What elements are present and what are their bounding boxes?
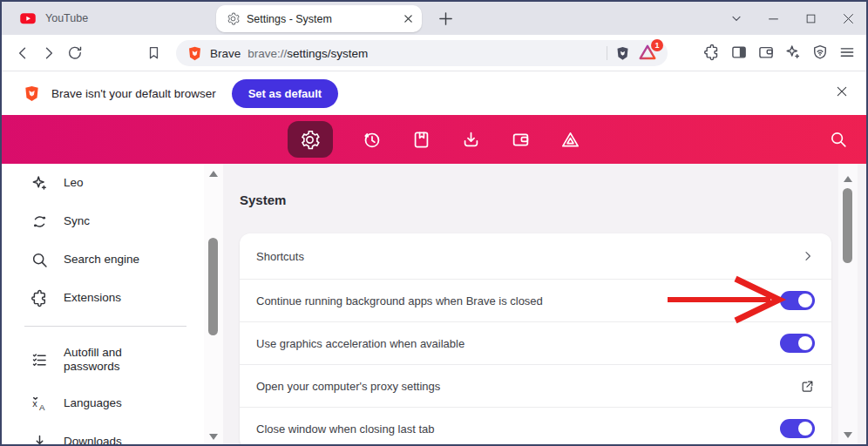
row-label: Use graphics acceleration when available bbox=[256, 337, 780, 350]
site-label: Brave bbox=[210, 47, 241, 60]
settings-content: Leo Sync Search engine Extensions Autofi… bbox=[2, 164, 866, 444]
settings-card: Shortcuts Continue running background ap… bbox=[240, 233, 831, 444]
scroll-up-arrow[interactable] bbox=[844, 176, 852, 182]
shields-icon[interactable] bbox=[614, 45, 631, 62]
rewards-badge: 1 bbox=[651, 39, 663, 51]
sidebar-item-leo[interactable]: Leo bbox=[2, 164, 204, 202]
nav-downloads[interactable] bbox=[461, 129, 482, 150]
settings-toolbar bbox=[2, 115, 866, 164]
row-background-apps: Continue running background apps when Br… bbox=[240, 279, 831, 321]
browser-window: YouTube Settings - System Brave brave://… bbox=[0, 0, 868, 446]
wallet-icon[interactable] bbox=[757, 44, 775, 61]
history-icon bbox=[362, 130, 382, 150]
scroll-down-arrow[interactable] bbox=[209, 434, 218, 440]
infobar-message: Brave isn't your default browser bbox=[51, 87, 216, 100]
address-separator bbox=[607, 46, 607, 60]
close-window-button[interactable] bbox=[841, 11, 856, 26]
translate-icon: xA bbox=[31, 395, 49, 413]
sidebar-item-label: Autofill and passwords bbox=[64, 346, 177, 374]
back-button[interactable] bbox=[14, 44, 31, 62]
sidebar-item-label: Sync bbox=[64, 214, 177, 228]
nav-wallet[interactable] bbox=[511, 129, 532, 150]
external-link-icon bbox=[800, 379, 815, 394]
settings-search-icon[interactable] bbox=[829, 130, 848, 149]
set-as-default-button[interactable]: Set as default bbox=[232, 79, 339, 108]
sidebar-item-search-engine[interactable]: Search engine bbox=[2, 240, 204, 279]
rewards-button[interactable]: 1 bbox=[638, 43, 659, 64]
tab-search-chevron-icon[interactable] bbox=[729, 11, 743, 26]
sidebar-item-downloads[interactable]: Downloads bbox=[2, 422, 204, 444]
nav-settings-active[interactable] bbox=[288, 121, 333, 158]
scrollbar-thumb[interactable] bbox=[843, 188, 852, 263]
sidebar-item-autofill[interactable]: Autofill and passwords bbox=[2, 335, 204, 384]
puzzle-icon bbox=[31, 289, 49, 307]
autofill-list-icon bbox=[31, 351, 49, 369]
menu-hamburger-icon[interactable] bbox=[838, 44, 856, 61]
row-label: Continue running background apps when Br… bbox=[256, 294, 780, 307]
leo-sparkle-icon[interactable] bbox=[784, 44, 802, 61]
vpn-shield-icon[interactable] bbox=[811, 44, 829, 61]
nav-history[interactable] bbox=[362, 129, 383, 150]
sidebar-item-extensions[interactable]: Extensions bbox=[2, 279, 204, 317]
row-label: Shortcuts bbox=[256, 250, 801, 263]
sidebar-item-languages[interactable]: xA Languages bbox=[2, 384, 204, 422]
leo-sparkle-icon bbox=[31, 174, 49, 193]
tab-close-icon[interactable] bbox=[403, 14, 413, 24]
sidebar-scrollbar[interactable] bbox=[204, 164, 223, 444]
sidebar-divider bbox=[24, 326, 186, 327]
sidebar-item-label: Downloads bbox=[64, 435, 177, 444]
new-tab-button[interactable] bbox=[436, 9, 455, 28]
sidebar-item-label: Search engine bbox=[64, 253, 177, 267]
reload-button[interactable] bbox=[66, 44, 84, 62]
nav-rewards[interactable] bbox=[560, 129, 581, 150]
download-icon bbox=[31, 433, 49, 445]
forward-button[interactable] bbox=[40, 44, 58, 62]
extensions-puzzle-icon[interactable] bbox=[703, 44, 721, 61]
address-bar[interactable]: Brave brave://settings/system 1 bbox=[176, 40, 668, 66]
toolbar-icons bbox=[703, 44, 856, 61]
row-shortcuts[interactable]: Shortcuts bbox=[240, 233, 831, 279]
youtube-icon bbox=[19, 10, 37, 27]
sync-icon bbox=[31, 213, 49, 231]
nav-bookmarks[interactable] bbox=[411, 129, 432, 150]
url-text: brave://settings/system bbox=[248, 47, 600, 60]
scroll-down-arrow[interactable] bbox=[844, 432, 852, 438]
maximize-button[interactable] bbox=[804, 11, 818, 26]
close-window-toggle-on[interactable] bbox=[780, 419, 815, 438]
sidebar-item-sync[interactable]: Sync bbox=[2, 202, 204, 240]
url-path: settings/system bbox=[287, 47, 368, 60]
row-close-window: Close window when closing last tab bbox=[240, 407, 831, 444]
scrollbar-thumb[interactable] bbox=[208, 238, 218, 335]
bookmark-icon[interactable] bbox=[146, 44, 163, 62]
main-scrollbar[interactable] bbox=[838, 164, 858, 444]
brave-lion-icon bbox=[186, 45, 203, 62]
downloads-icon bbox=[461, 130, 481, 150]
minimize-button[interactable] bbox=[766, 11, 781, 26]
row-proxy-settings[interactable]: Open your computer's proxy settings bbox=[240, 364, 831, 407]
gear-icon bbox=[227, 12, 240, 25]
tab-settings-system[interactable]: Settings - System bbox=[216, 5, 422, 32]
chevron-right-icon bbox=[801, 249, 815, 263]
system-settings-panel: System Shortcuts Continue running backgr… bbox=[223, 164, 866, 444]
page-title: System bbox=[240, 193, 286, 207]
sidebar-item-label: Extensions bbox=[64, 291, 177, 305]
search-icon bbox=[31, 251, 49, 269]
tab-youtube[interactable]: YouTube bbox=[9, 2, 98, 35]
side-panel-icon[interactable] bbox=[730, 44, 748, 61]
sidebar-item-label: Leo bbox=[64, 176, 177, 190]
graphics-acceleration-toggle-on[interactable] bbox=[780, 334, 815, 353]
sidebar-item-label: Languages bbox=[64, 396, 177, 410]
rewards-triangle-icon bbox=[560, 130, 580, 150]
navigation-bar: Brave brave://settings/system 1 bbox=[2, 35, 866, 71]
scroll-up-arrow[interactable] bbox=[209, 171, 218, 177]
bookmarks-book-icon bbox=[411, 130, 431, 150]
row-graphics-acceleration: Use graphics acceleration when available bbox=[240, 321, 831, 364]
brave-lion-icon bbox=[23, 84, 41, 103]
infobar-close-icon[interactable] bbox=[835, 84, 851, 100]
settings-gear-icon bbox=[300, 130, 320, 150]
wallet-icon bbox=[511, 130, 531, 150]
settings-sidebar: Leo Sync Search engine Extensions Autofi… bbox=[2, 164, 204, 444]
url-scheme: brave:// bbox=[248, 47, 287, 60]
background-apps-toggle-on[interactable] bbox=[780, 291, 815, 310]
tab-strip: YouTube Settings - System bbox=[2, 2, 866, 35]
